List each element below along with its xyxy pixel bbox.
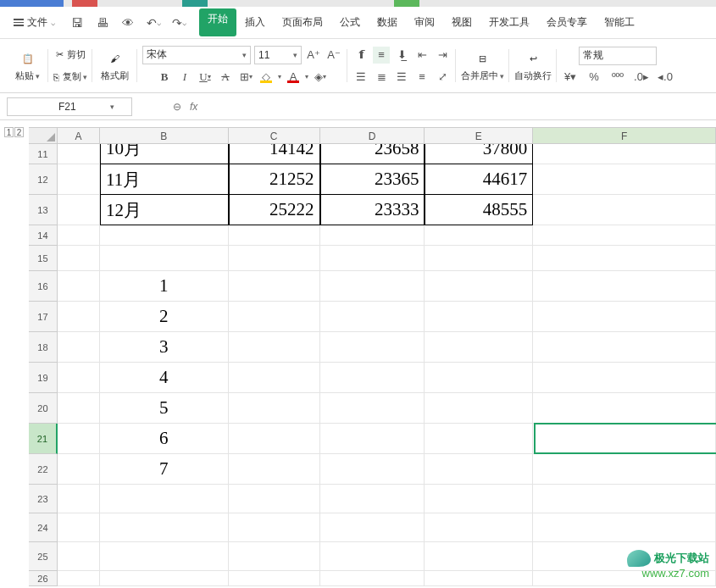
tab-view[interactable]: 视图: [443, 8, 480, 36]
borders-button[interactable]: ⊞▾: [237, 69, 254, 86]
cell-F24[interactable]: [533, 513, 716, 542]
format-painter-button[interactable]: 🖌 格式刷: [97, 49, 132, 82]
cell-E21[interactable]: [425, 424, 533, 454]
cell-B25[interactable]: [100, 542, 229, 571]
cell-C26[interactable]: [229, 571, 320, 586]
currency-icon[interactable]: ¥▾: [562, 69, 579, 86]
increase-font-icon[interactable]: A⁺: [305, 47, 322, 64]
cell-D19[interactable]: [320, 363, 425, 393]
row-header[interactable]: 16: [29, 271, 58, 302]
row-header[interactable]: 26: [29, 571, 58, 586]
cell-E24[interactable]: [425, 513, 533, 542]
cell-D26[interactable]: [320, 571, 425, 586]
cell-D17[interactable]: [320, 302, 425, 332]
bold-button[interactable]: B: [156, 69, 173, 86]
cell-F21[interactable]: [533, 424, 716, 454]
cell-B22[interactable]: 7: [100, 454, 229, 485]
tab-member[interactable]: 会员专享: [538, 8, 596, 36]
decrease-font-icon[interactable]: A⁻: [325, 47, 342, 64]
zoom-out-icon[interactable]: ⊖: [173, 101, 181, 113]
cell-B19[interactable]: 4: [100, 363, 229, 393]
outline-levels[interactable]: 12: [0, 127, 29, 137]
indent-right-icon[interactable]: ⇥: [434, 47, 451, 64]
cell-C17[interactable]: [229, 302, 320, 332]
row-header[interactable]: 14: [29, 225, 58, 246]
cell-A11[interactable]: [58, 144, 100, 164]
name-box[interactable]: F21▾: [7, 97, 132, 116]
cell-B17[interactable]: 2: [100, 302, 229, 332]
align-middle-icon[interactable]: ≡: [373, 47, 390, 64]
cell-A14[interactable]: [58, 225, 100, 246]
row-header[interactable]: 11: [29, 144, 58, 164]
cell-D15[interactable]: [320, 246, 425, 271]
row-header[interactable]: 12: [29, 164, 58, 195]
cell-B26[interactable]: [100, 571, 229, 586]
col-header-A[interactable]: A: [58, 128, 100, 143]
cell-C20[interactable]: [229, 393, 320, 424]
col-header-C[interactable]: C: [229, 128, 320, 143]
decrease-decimal-icon[interactable]: ◂.0: [657, 69, 674, 86]
cell-D22[interactable]: [320, 454, 425, 485]
cell-E26[interactable]: [425, 571, 533, 586]
row-header[interactable]: 17: [29, 302, 58, 332]
col-header-B[interactable]: B: [100, 128, 229, 143]
cell-F14[interactable]: [533, 225, 716, 246]
cell-F11[interactable]: [533, 144, 716, 164]
cell-D11[interactable]: 23658: [320, 144, 425, 164]
cell-D12[interactable]: 23365: [320, 164, 425, 195]
cell-E23[interactable]: [425, 485, 533, 513]
merge-center-button[interactable]: ⊟ 合并居中▾: [461, 49, 504, 82]
tab-review[interactable]: 审阅: [406, 8, 443, 36]
spreadsheet-grid[interactable]: A B C D E F 1110月1414223658378001211月212…: [29, 127, 716, 588]
save-icon[interactable]: 🖫: [70, 16, 84, 30]
strikethrough-button[interactable]: A: [217, 69, 234, 86]
cell-E18[interactable]: [425, 332, 533, 363]
row-header[interactable]: 24: [29, 513, 58, 542]
font-family-select[interactable]: 宋体▾: [142, 46, 251, 64]
cell-A17[interactable]: [58, 302, 100, 332]
cell-A21[interactable]: [58, 424, 100, 454]
number-format-select[interactable]: 常规: [579, 47, 657, 65]
cell-A22[interactable]: [58, 454, 100, 485]
cell-C12[interactable]: 21252: [229, 164, 320, 195]
cell-E17[interactable]: [425, 302, 533, 332]
row-header[interactable]: 13: [29, 195, 58, 225]
cell-E22[interactable]: [425, 454, 533, 485]
cell-B18[interactable]: 3: [100, 332, 229, 363]
cell-C21[interactable]: [229, 424, 320, 454]
cell-D13[interactable]: 23333: [320, 195, 425, 225]
cell-A18[interactable]: [58, 332, 100, 363]
row-header[interactable]: 23: [29, 485, 58, 513]
cell-F18[interactable]: [533, 332, 716, 363]
cell-F23[interactable]: [533, 485, 716, 513]
align-top-icon[interactable]: ⬆̄: [352, 47, 369, 64]
cell-B12[interactable]: 11月: [100, 164, 229, 195]
col-header-D[interactable]: D: [320, 128, 425, 143]
cell-E25[interactable]: [425, 542, 533, 571]
cell-D21[interactable]: [320, 424, 425, 454]
cell-A19[interactable]: [58, 363, 100, 393]
cell-A15[interactable]: [58, 246, 100, 271]
cell-F12[interactable]: [533, 164, 716, 195]
redo-icon[interactable]: ↷⌵: [172, 16, 186, 30]
cell-B24[interactable]: [100, 513, 229, 542]
align-center-icon[interactable]: ≣: [373, 69, 390, 86]
cell-D16[interactable]: [320, 271, 425, 302]
row-header[interactable]: 21: [29, 424, 58, 454]
orientation-icon[interactable]: ⤢: [434, 69, 451, 86]
cell-A25[interactable]: [58, 542, 100, 571]
row-header[interactable]: 20: [29, 393, 58, 424]
cell-B23[interactable]: [100, 485, 229, 513]
cell-E15[interactable]: [425, 246, 533, 271]
paste-button[interactable]: 📋 粘贴▾: [12, 49, 43, 82]
cell-A12[interactable]: [58, 164, 100, 195]
percent-icon[interactable]: %: [586, 69, 602, 86]
fill-color-button[interactable]: ◇: [258, 69, 275, 86]
cell-C25[interactable]: [229, 542, 320, 571]
cell-F15[interactable]: [533, 246, 716, 271]
cell-B14[interactable]: [100, 225, 229, 246]
cell-A16[interactable]: [58, 271, 100, 302]
align-left-icon[interactable]: ☰: [352, 69, 369, 86]
cell-E12[interactable]: 44617: [425, 164, 533, 195]
tab-insert[interactable]: 插入: [236, 8, 274, 36]
